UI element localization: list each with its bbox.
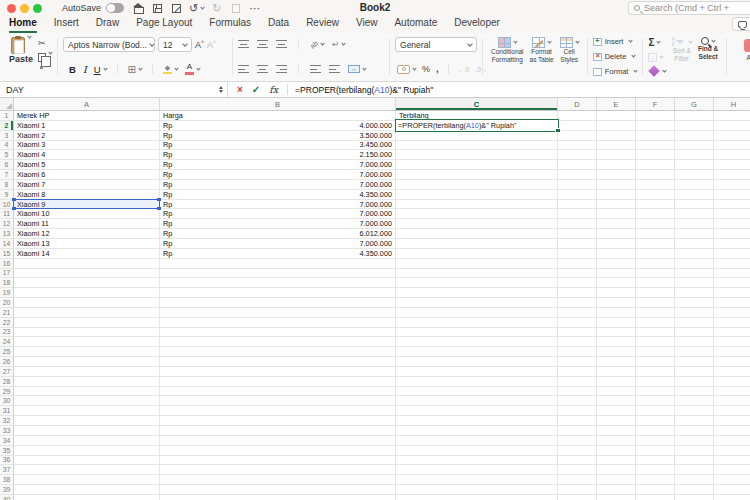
cell-C24[interactable] <box>396 337 558 347</box>
cell-H23[interactable] <box>714 328 750 338</box>
column-header-h[interactable]: H <box>714 98 750 110</box>
row-header-30[interactable]: 30 <box>0 396 14 406</box>
cell-C15[interactable] <box>396 249 558 259</box>
row-header-26[interactable]: 26 <box>0 357 14 367</box>
cell-H1[interactable] <box>714 111 750 121</box>
cell-G28[interactable] <box>675 377 714 387</box>
cell-B11[interactable]: Rp7.000.000 <box>160 209 396 219</box>
cell-B7[interactable]: Rp7.000.000 <box>160 170 396 180</box>
cell-B36[interactable] <box>160 456 396 466</box>
row-header-34[interactable]: 34 <box>0 436 14 446</box>
cell-C28[interactable] <box>396 377 558 387</box>
row-header-28[interactable]: 28 <box>0 377 14 387</box>
cell-H3[interactable] <box>714 131 750 141</box>
cell-B8[interactable]: Rp7.000.000 <box>160 180 396 190</box>
cell-D10[interactable] <box>558 200 597 210</box>
home-button[interactable] <box>132 2 145 15</box>
row-header-13[interactable]: 13 <box>0 229 14 239</box>
cell-G12[interactable] <box>675 219 714 229</box>
cell-B4[interactable]: Rp3.450.000 <box>160 141 396 151</box>
cell-G8[interactable] <box>675 180 714 190</box>
cell-E37[interactable] <box>597 465 636 475</box>
cell-F9[interactable] <box>636 190 675 200</box>
cell-E26[interactable] <box>597 357 636 367</box>
cell-C22[interactable] <box>396 318 558 328</box>
cell-C35[interactable] <box>396 446 558 456</box>
cell-A19[interactable] <box>14 288 160 298</box>
cell-H26[interactable] <box>714 357 750 367</box>
cell-D33[interactable] <box>558 426 597 436</box>
undo-button[interactable]: ↺ <box>189 2 204 15</box>
cell-H25[interactable] <box>714 347 750 357</box>
cell-H30[interactable] <box>714 396 750 406</box>
cell-D28[interactable] <box>558 377 597 387</box>
cell-C12[interactable] <box>396 219 558 229</box>
cell-D15[interactable] <box>558 249 597 259</box>
column-header-a[interactable]: A <box>14 98 160 110</box>
orientation-button[interactable]: ab <box>310 41 324 48</box>
cell-H17[interactable] <box>714 269 750 279</box>
cell-G7[interactable] <box>675 170 714 180</box>
cell-B24[interactable] <box>160 337 396 347</box>
save-as-button[interactable] <box>170 2 183 15</box>
comments-button[interactable]: C <box>732 17 750 31</box>
cell-F35[interactable] <box>636 446 675 456</box>
cell-G3[interactable] <box>675 131 714 141</box>
cell-E21[interactable] <box>597 308 636 318</box>
cell-A39[interactable] <box>14 485 160 495</box>
cell-F11[interactable] <box>636 209 675 219</box>
row-header-27[interactable]: 27 <box>0 367 14 377</box>
cell-D17[interactable] <box>558 269 597 279</box>
cell-H13[interactable] <box>714 229 750 239</box>
cell-F2[interactable] <box>636 121 675 131</box>
cell-D27[interactable] <box>558 367 597 377</box>
select-all-corner[interactable] <box>0 98 14 110</box>
cell-G20[interactable] <box>675 298 714 308</box>
cell-B35[interactable] <box>160 446 396 456</box>
more-toolbar-button[interactable]: ⋯ <box>248 2 261 15</box>
align-top-button[interactable] <box>238 40 249 48</box>
cell-H28[interactable] <box>714 377 750 387</box>
number-format-select[interactable]: General <box>395 37 477 52</box>
cell-D23[interactable] <box>558 328 597 338</box>
cell-F4[interactable] <box>636 141 675 151</box>
cell-D26[interactable] <box>558 357 597 367</box>
cell-c2-edit-box[interactable]: =PROPER(terbilang(A10)&" Rupiah" <box>395 119 559 131</box>
cell-D8[interactable] <box>558 180 597 190</box>
row-header-15[interactable]: 15 <box>0 249 14 259</box>
cell-E30[interactable] <box>597 396 636 406</box>
cell-B9[interactable]: Rp4.350.000 <box>160 190 396 200</box>
cell-A18[interactable] <box>14 278 160 288</box>
cell-H27[interactable] <box>714 367 750 377</box>
cell-D24[interactable] <box>558 337 597 347</box>
row-header-35[interactable]: 35 <box>0 446 14 456</box>
align-left-button[interactable] <box>238 65 249 73</box>
cell-B40[interactable] <box>160 495 396 500</box>
cell-D3[interactable] <box>558 131 597 141</box>
cell-G36[interactable] <box>675 456 714 466</box>
cell-C39[interactable] <box>396 485 558 495</box>
fill-color-button[interactable]: ◆ <box>163 64 178 75</box>
cell-F15[interactable] <box>636 249 675 259</box>
tab-formulas[interactable]: Formulas <box>209 17 251 33</box>
cell-B26[interactable] <box>160 357 396 367</box>
cell-E16[interactable] <box>597 259 636 269</box>
reference-drag-handle[interactable] <box>157 198 161 202</box>
decrease-indent-button[interactable] <box>310 65 321 73</box>
cell-G5[interactable] <box>675 150 714 160</box>
percent-style-button[interactable]: % <box>422 64 430 74</box>
column-header-f[interactable]: F <box>636 98 675 110</box>
tab-page-layout[interactable]: Page Layout <box>136 17 192 33</box>
cell-F25[interactable] <box>636 347 675 357</box>
cell-D38[interactable] <box>558 475 597 485</box>
cell-C3[interactable] <box>396 131 558 141</box>
row-header-36[interactable]: 36 <box>0 456 14 466</box>
cell-G32[interactable] <box>675 416 714 426</box>
cell-B37[interactable] <box>160 465 396 475</box>
cell-H35[interactable] <box>714 446 750 456</box>
autosave-toggle[interactable] <box>106 3 124 13</box>
cell-H24[interactable] <box>714 337 750 347</box>
cell-A34[interactable] <box>14 436 160 446</box>
row-header-20[interactable]: 20 <box>0 298 14 308</box>
row-header-3[interactable]: 3 <box>0 131 14 141</box>
